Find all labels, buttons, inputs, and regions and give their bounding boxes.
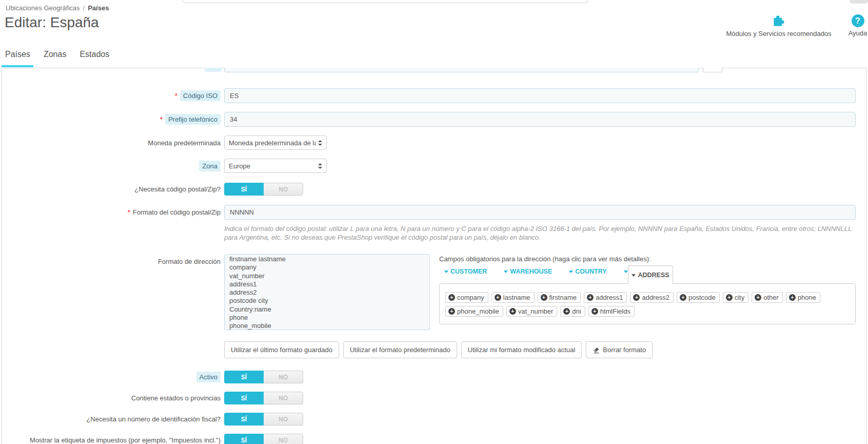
- field-tag-other[interactable]: +other: [752, 292, 783, 303]
- call-prefix-input[interactable]: [224, 112, 856, 127]
- use-default-format-button[interactable]: Utilizar el formato predeterminado: [343, 341, 457, 358]
- field-tag-phone-mobile[interactable]: +phone_mobile: [445, 306, 503, 317]
- contains-states-toggle: SÍ NO: [224, 392, 303, 404]
- add-icon: +: [633, 294, 640, 301]
- call-prefix-labelcol: * Prefijo telefónico: [0, 112, 221, 127]
- select-arrows-icon: [318, 163, 322, 169]
- address-format-line: phone: [229, 314, 425, 322]
- header-searchbar-remnant: [182, 0, 588, 3]
- erase-format-button[interactable]: Borrar formato: [586, 341, 653, 358]
- required-asterisk: *: [175, 92, 177, 100]
- display-tax-label-yes-button[interactable]: SÍ: [224, 434, 264, 444]
- tab-paises[interactable]: Países: [5, 50, 30, 59]
- req-tab-country[interactable]: COUNTRY: [569, 268, 606, 275]
- field-tag-company[interactable]: +company: [445, 292, 488, 303]
- currency-labelcol: Moneda predeterminada: [0, 136, 221, 150]
- field-tag-address1[interactable]: +address1: [584, 292, 627, 303]
- add-icon: +: [448, 294, 455, 301]
- need-tax-id-toggle: SÍ NO: [224, 413, 303, 426]
- select-arrows-icon: [318, 140, 322, 146]
- iso-code-input[interactable]: [224, 88, 856, 103]
- active-label: Activo: [196, 372, 221, 382]
- field-tag-firstname[interactable]: +firstname: [538, 292, 581, 303]
- add-icon: +: [541, 294, 547, 301]
- row-active: Activo SÍ NO: [0, 371, 868, 383]
- need-zip-toggle: SÍ NO: [224, 183, 303, 196]
- zip-format-labelcol: * Formato del código postal/Zip: [0, 205, 221, 220]
- add-icon: +: [755, 294, 761, 301]
- req-tab-customer[interactable]: CUSTOMER: [444, 268, 487, 275]
- zone-label: Zona: [199, 161, 221, 171]
- field-tag-htmlfields[interactable]: +htmlFields: [588, 306, 635, 317]
- address-format-line: firstname lastname: [229, 255, 425, 263]
- add-icon: +: [587, 294, 594, 301]
- add-icon: +: [509, 308, 516, 315]
- address-format-line: address1: [229, 280, 425, 288]
- add-icon: +: [680, 294, 686, 301]
- contains-states-label: Contiene estados o provincias: [131, 394, 221, 402]
- field-tag-dni[interactable]: +dni: [560, 306, 585, 317]
- eraser-icon: [593, 346, 600, 354]
- zone-select[interactable]: Europe: [224, 159, 327, 173]
- breadcrumb-current[interactable]: Países: [88, 4, 109, 12]
- add-icon: +: [789, 294, 796, 301]
- field-tag-vat-number[interactable]: +vat_number: [506, 306, 558, 317]
- need-tax-id-no-button[interactable]: NO: [264, 413, 303, 426]
- currency-selected-value: Moneda predeterminada de la t: [229, 139, 316, 147]
- row-iso-code: * Código ISO: [0, 88, 868, 103]
- row-need-zip: ¿Necesita código postal/Zip? SÍ NO: [0, 183, 868, 196]
- modules-services-button[interactable]: Módulos y Servicios recomendados: [717, 14, 840, 37]
- currency-select[interactable]: Moneda predeterminada de la t: [224, 136, 327, 150]
- zip-format-input[interactable]: [224, 205, 856, 220]
- req-tab-address[interactable]: ADDRESS: [628, 265, 673, 284]
- need-tax-id-yes-button[interactable]: SÍ: [224, 413, 264, 426]
- field-tag-city[interactable]: +city: [723, 292, 749, 303]
- row-need-tax-id: ¿Necesita un número de identificación fi…: [0, 413, 868, 426]
- add-icon: +: [563, 308, 570, 315]
- use-current-modified-format-button[interactable]: Utilizar mi formato modificado actual: [461, 341, 582, 358]
- breadcrumb-separator: /: [83, 4, 85, 12]
- tab-zonas[interactable]: Zonas: [44, 50, 66, 59]
- need-zip-yes-button[interactable]: SÍ: [224, 183, 264, 196]
- need-zip-no-button[interactable]: NO: [264, 183, 303, 196]
- field-tag-lastname[interactable]: +lastname: [491, 292, 535, 303]
- active-no-button[interactable]: NO: [264, 371, 303, 383]
- row-display-tax-label: Mostrar la etiqueta de impuestos (por ej…: [0, 434, 868, 444]
- required-asterisk: *: [128, 208, 130, 216]
- add-icon: +: [591, 308, 598, 315]
- address-format-line: vat_number: [229, 272, 425, 280]
- add-icon: +: [495, 294, 501, 301]
- contains-states-yes-button[interactable]: SÍ: [224, 392, 264, 404]
- language-selector-remnant[interactable]: [703, 68, 722, 72]
- use-last-saved-format-button[interactable]: Utilizar el último formato guardado: [224, 341, 339, 358]
- required-asterisk: *: [160, 115, 163, 123]
- country-name-label-remnant: [205, 68, 222, 72]
- active-tab-underline: [2, 65, 33, 67]
- breadcrumb-section[interactable]: Ubicaciones Geográficas: [6, 4, 80, 12]
- row-call-prefix: * Prefijo telefónico: [0, 112, 868, 127]
- zip-format-label: Formato del código postal/Zip: [133, 208, 221, 216]
- caret-down-icon: [504, 271, 508, 273]
- display-tax-label-no-button[interactable]: NO: [264, 434, 303, 444]
- help-button[interactable]: ? Ayuda: [846, 14, 868, 37]
- address-format-line: postcode city: [229, 297, 425, 305]
- contains-states-no-button[interactable]: NO: [264, 392, 303, 404]
- address-format-line: Country:name: [229, 305, 425, 314]
- field-tag-phone[interactable]: +phone: [786, 292, 820, 303]
- row-contains-states: Contiene estados o provincias SÍ NO: [0, 392, 868, 404]
- display-tax-label-label: Mostrar la etiqueta de impuestos (por ej…: [30, 436, 221, 444]
- address-format-editor[interactable]: firstname lastname company vat_number ad…: [224, 254, 430, 330]
- page-tabs: Países Zonas Estados: [5, 50, 109, 59]
- caret-down-icon: [569, 271, 573, 273]
- address-format-line: phone_mobile: [229, 322, 425, 330]
- req-tab-warehouse[interactable]: WAREHOUSE: [504, 268, 552, 275]
- field-tag-address2[interactable]: +address2: [630, 292, 673, 303]
- active-toggle: SÍ NO: [224, 371, 303, 383]
- country-name-input-remnant[interactable]: [224, 68, 699, 72]
- modules-services-label: Módulos y Servicios recomendados: [726, 30, 831, 37]
- field-tag-postcode[interactable]: +postcode: [677, 292, 720, 303]
- tab-estados[interactable]: Estados: [80, 50, 109, 59]
- iso-code-label: Código ISO: [180, 90, 221, 101]
- active-yes-button[interactable]: SÍ: [224, 371, 264, 383]
- need-zip-labelcol: ¿Necesita código postal/Zip?: [0, 183, 221, 196]
